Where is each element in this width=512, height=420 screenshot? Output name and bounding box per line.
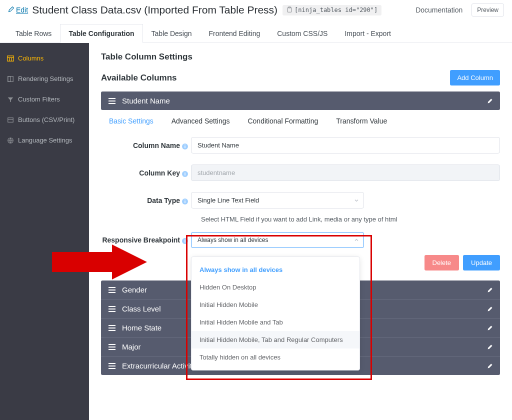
dropdown-option[interactable]: Initial Hidden Mobile, Tab and Regular C… bbox=[192, 331, 360, 348]
dropdown-option[interactable]: Totally hidden on all devices bbox=[192, 348, 360, 366]
sidebar-item-label: Language Settings bbox=[18, 136, 72, 144]
edit-column-icon[interactable] bbox=[487, 363, 493, 369]
rendering-icon bbox=[7, 76, 14, 82]
dropdown-option[interactable]: Initial Hidden Mobile bbox=[192, 296, 360, 314]
edit-column-icon[interactable] bbox=[487, 287, 493, 293]
edit-column-icon[interactable] bbox=[487, 344, 493, 350]
dropdown-option[interactable]: Hidden On Desktop bbox=[192, 278, 360, 296]
filters-icon bbox=[7, 96, 14, 103]
edit-label: Edit bbox=[16, 6, 28, 14]
edit-column-icon[interactable] bbox=[487, 325, 493, 331]
sidebar-item-label: Rendering Settings bbox=[18, 75, 74, 82]
select-responsive-value: Always show in all devices bbox=[198, 236, 268, 244]
row-responsive: Responsive Breakpointi Always show in al… bbox=[101, 232, 500, 248]
documentation-link[interactable]: Documentation bbox=[416, 6, 462, 14]
column-title: Gender bbox=[122, 286, 147, 294]
select-data-type-value: Single Line Text Field bbox=[198, 196, 259, 204]
sidebar-item-columns[interactable]: Columns bbox=[0, 48, 89, 68]
input-column-name[interactable] bbox=[191, 137, 500, 154]
clipboard-icon bbox=[286, 6, 292, 14]
edit-column-icon[interactable] bbox=[487, 98, 493, 104]
label-data-type: Data Type bbox=[147, 196, 180, 204]
inner-tab-basic[interactable]: Basic Settings bbox=[109, 117, 154, 125]
edit-column-icon[interactable] bbox=[487, 306, 493, 312]
sidebar-item-custom-filters[interactable]: Custom Filters bbox=[0, 89, 89, 110]
sidebar-item-label: Buttons (CSV/Print) bbox=[18, 116, 74, 124]
sidebar-item-buttons[interactable]: Buttons (CSV/Print) bbox=[0, 110, 89, 130]
label-column-key: Column Key bbox=[139, 169, 180, 177]
header-bar: Edit Student Class Data.csv (Imported Fr… bbox=[0, 0, 512, 20]
shortcode-pill[interactable]: [ninja_tables id="290"] bbox=[282, 5, 382, 16]
delete-button[interactable]: Delete bbox=[424, 255, 460, 270]
label-responsive: Responsive Breakpoint bbox=[102, 236, 180, 244]
info-icon[interactable]: i bbox=[182, 198, 188, 204]
section-title: Table Column Settings bbox=[101, 52, 500, 62]
tab-frontend-editing[interactable]: Frontend Editing bbox=[200, 24, 269, 42]
info-icon[interactable]: i bbox=[182, 238, 188, 244]
info-icon[interactable]: i bbox=[182, 144, 188, 150]
select-data-type[interactable]: Single Line Text Field bbox=[191, 192, 364, 208]
language-icon bbox=[7, 137, 14, 144]
buttons-icon bbox=[7, 116, 14, 124]
available-columns-title: Available Columns bbox=[101, 73, 176, 83]
svg-rect-8 bbox=[8, 118, 14, 122]
drag-handle-icon[interactable] bbox=[108, 306, 116, 312]
sidebar-item-language[interactable]: Language Settings bbox=[0, 130, 89, 150]
inner-tab-transform[interactable]: Transform Value bbox=[336, 117, 387, 125]
tab-import-export[interactable]: Import - Export bbox=[336, 24, 400, 42]
drag-handle-icon[interactable] bbox=[108, 98, 116, 104]
input-column-key bbox=[191, 164, 500, 181]
add-column-button[interactable]: Add Column bbox=[450, 70, 500, 86]
column-title: Extracurricular Activity bbox=[122, 362, 196, 370]
inner-tab-conditional[interactable]: Conditional Formatting bbox=[248, 117, 318, 125]
sidebar: Columns Rendering Settings Custom Filter… bbox=[0, 43, 89, 420]
shortcode-text: [ninja_tables id="290"] bbox=[294, 6, 378, 14]
info-icon[interactable]: i bbox=[182, 171, 188, 177]
row-column-name: Column Namei bbox=[101, 137, 500, 154]
sidebar-item-label: Custom Filters bbox=[18, 96, 60, 103]
row-data-type: Data Typei Single Line Text Field bbox=[101, 192, 500, 208]
sidebar-item-label: Columns bbox=[18, 54, 44, 62]
column-title: Major bbox=[122, 342, 141, 351]
column-title: Class Level bbox=[122, 304, 161, 313]
tab-table-rows[interactable]: Table Rows bbox=[7, 24, 60, 42]
tab-table-design[interactable]: Table Design bbox=[143, 24, 200, 42]
label-column-name: Column Name bbox=[133, 142, 180, 150]
select-responsive-breakpoint[interactable]: Always show in all devices bbox=[191, 232, 364, 248]
column-header-open[interactable]: Student Name bbox=[101, 92, 500, 110]
main-tabs: Table Rows Table Configuration Table Des… bbox=[0, 24, 512, 43]
svg-rect-7 bbox=[8, 76, 10, 82]
tab-custom-css-js[interactable]: Custom CSS/JS bbox=[268, 24, 336, 42]
column-title: Home State bbox=[122, 324, 162, 332]
pencil-icon bbox=[8, 6, 14, 14]
preview-button[interactable]: Preview bbox=[472, 4, 504, 16]
update-button[interactable]: Update bbox=[463, 255, 500, 270]
drag-handle-icon[interactable] bbox=[108, 286, 116, 294]
open-column-title: Student Name bbox=[122, 96, 170, 105]
columns-icon bbox=[7, 55, 14, 62]
drag-handle-icon[interactable] bbox=[108, 324, 116, 332]
inner-tab-advanced[interactable]: Advanced Settings bbox=[172, 117, 230, 125]
svg-rect-0 bbox=[288, 8, 292, 12]
dropdown-option[interactable]: Always show in all devices bbox=[192, 261, 360, 278]
dropdown-option[interactable]: Initial Hidden Mobile and Tab bbox=[192, 314, 360, 331]
tab-table-configuration[interactable]: Table Configuration bbox=[60, 24, 142, 43]
column-inner-tabs: Basic Settings Advanced Settings Conditi… bbox=[101, 117, 500, 125]
edit-title-button[interactable]: Edit bbox=[8, 6, 28, 14]
row-column-key: Column Keyi bbox=[101, 164, 500, 181]
main-panel: Table Column Settings Available Columns … bbox=[89, 43, 512, 420]
sidebar-item-rendering[interactable]: Rendering Settings bbox=[0, 68, 89, 89]
data-type-hint: Select HTML Field if you want to add Lin… bbox=[101, 216, 500, 223]
drag-handle-icon[interactable] bbox=[108, 344, 116, 350]
drag-handle-icon[interactable] bbox=[108, 362, 116, 370]
page-title: Student Class Data.csv (Imported From Ta… bbox=[32, 4, 278, 16]
svg-rect-2 bbox=[8, 56, 14, 61]
responsive-dropdown: Always show in all devices Hidden On Des… bbox=[191, 256, 360, 370]
